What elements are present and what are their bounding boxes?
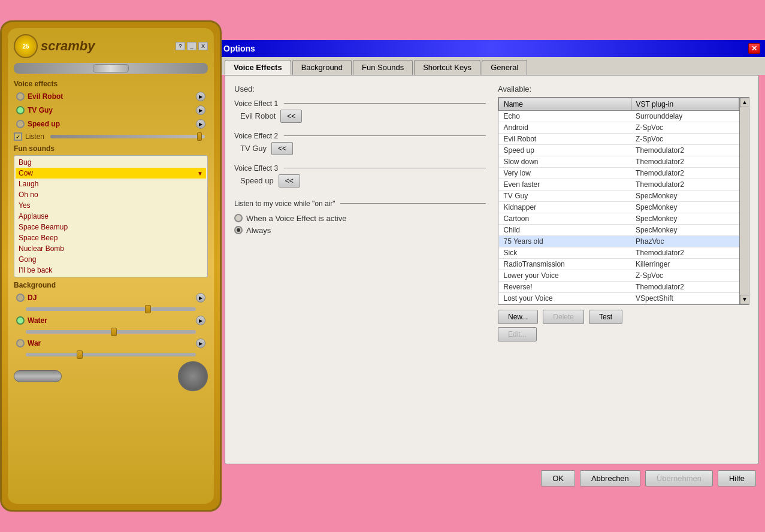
tab-shortcut-keys[interactable]: Shortcut Keys — [414, 60, 480, 75]
list-item[interactable]: Bug — [16, 157, 206, 168]
table-row[interactable]: Slow downThemodulator2 — [499, 156, 739, 167]
water-slider-thumb[interactable] — [111, 328, 117, 336]
water-slider[interactable] — [26, 330, 196, 334]
war-arrow[interactable]: ▶ — [196, 338, 205, 348]
radio-option-1[interactable]: When a Voice Effect is active — [234, 214, 486, 223]
table-row[interactable]: Speed upThemodulator2 — [499, 144, 739, 156]
radio-btn-2[interactable] — [234, 226, 243, 234]
table-row[interactable]: CartoonSpecMonkey — [499, 213, 739, 224]
scrollbar-up-button[interactable]: ▲ — [740, 98, 749, 107]
dj-indicator — [16, 294, 25, 302]
table-cell-plugin: VSpectShift — [631, 292, 739, 304]
table-header-name: Name — [499, 98, 631, 110]
ve-1-line — [284, 103, 486, 104]
bottom-oval — [14, 370, 62, 382]
tv-guy-indicator — [16, 106, 25, 114]
help-button[interactable]: Hilfe — [718, 470, 756, 486]
bg-item-water[interactable]: Water ▶ — [14, 315, 208, 327]
apply-button[interactable]: Übernehmen — [645, 470, 713, 486]
table-cell-plugin: SpecMonkey — [631, 201, 739, 213]
dialog-title: Options — [223, 44, 255, 53]
edit-button[interactable]: Edit... — [498, 327, 537, 341]
table-row[interactable]: TV GuySpecMonkey — [499, 190, 739, 201]
list-item[interactable]: Space Beamup — [16, 222, 206, 232]
listen-label: Listen — [25, 132, 44, 141]
table-cell-plugin: Themodulator2 — [631, 156, 739, 167]
list-item[interactable]: Gong — [16, 254, 206, 265]
radio-btn-1[interactable] — [234, 214, 243, 222]
table-row[interactable]: Lost your VoiceVSpectShift — [499, 292, 739, 304]
voice-effect-speed-up[interactable]: Speed up ▶ — [14, 118, 208, 130]
ve-3-label: Voice Effect 3 — [234, 164, 278, 173]
list-item[interactable]: I'll be back — [16, 265, 206, 276]
table-row[interactable]: ChildSpecMonkey — [499, 224, 739, 235]
voice-effect-evil-robot[interactable]: Evil Robot ▶ — [14, 90, 208, 102]
tab-background[interactable]: Background — [292, 60, 352, 75]
water-arrow[interactable]: ▶ — [196, 316, 205, 325]
table-row[interactable]: RadioTransmissionKillerringer — [499, 258, 739, 270]
new-button[interactable]: New... — [498, 310, 538, 324]
radio-option-2[interactable]: Always — [234, 226, 486, 235]
ve-2-button[interactable]: << — [271, 142, 293, 155]
list-item[interactable]: Oh no — [16, 189, 206, 200]
table-row[interactable]: SickThemodulator2 — [499, 247, 739, 258]
dialog-titlebar: Options ✕ — [219, 40, 765, 57]
tv-guy-arrow[interactable]: ▶ — [196, 105, 205, 115]
restore-button[interactable]: _ — [187, 42, 196, 50]
dj-label: DJ — [28, 294, 37, 302]
used-section: Used: Voice Effect 1 Evil Robot << Voice… — [234, 84, 486, 341]
top-slider-thumb[interactable] — [93, 64, 129, 72]
table-row[interactable]: Even fasterThemodulator2 — [499, 179, 739, 190]
table-row[interactable]: KidnapperSpecMonkey — [499, 201, 739, 213]
list-item[interactable]: Applause — [16, 211, 206, 222]
table-row[interactable]: 75 Years oldPhazVoc — [499, 235, 739, 247]
voice-effect-tv-guy[interactable]: TV Guy ▶ — [14, 104, 208, 116]
table-row[interactable]: EchoSurrounddelay — [499, 110, 739, 122]
list-item[interactable]: Cow — [16, 168, 206, 179]
war-slider[interactable] — [26, 353, 196, 356]
list-item[interactable]: Yes — [16, 200, 206, 211]
table-row[interactable]: Evil RobotZ-SpVoc — [499, 133, 739, 144]
cancel-button[interactable]: Abbrechen — [580, 470, 640, 486]
table-cell-name: 75 Years old — [499, 235, 631, 247]
scrollbar-down-button[interactable]: ▼ — [740, 295, 749, 304]
table-cell-plugin: Z-SpVoc — [631, 122, 739, 133]
table-cell-name: Evil Robot — [499, 133, 631, 144]
table-row[interactable]: AndroidZ-SpVoc — [499, 122, 739, 133]
ve-3-button[interactable]: << — [279, 174, 300, 188]
table-row[interactable]: Very lowThemodulator2 — [499, 167, 739, 179]
dj-arrow[interactable]: ▶ — [196, 293, 205, 303]
ok-button[interactable]: OK — [541, 470, 575, 486]
test-button[interactable]: Test — [589, 310, 622, 324]
bg-item-war[interactable]: War ▶ — [14, 337, 208, 349]
speed-up-arrow[interactable]: ▶ — [196, 119, 205, 129]
list-item[interactable]: Laugh — [16, 179, 206, 189]
tab-general[interactable]: General — [482, 60, 527, 75]
dialog-close-button[interactable]: ✕ — [748, 43, 760, 54]
dj-slider[interactable] — [26, 307, 196, 311]
dj-slider-thumb[interactable] — [145, 305, 151, 313]
evil-robot-arrow[interactable]: ▶ — [196, 92, 205, 101]
table-cell-name: Child — [499, 224, 631, 235]
listen-volume-slider[interactable] — [50, 135, 205, 138]
close-button[interactable]: X — [198, 42, 208, 50]
listen-slider-thumb[interactable] — [197, 132, 202, 141]
bg-item-dj[interactable]: DJ ▶ — [14, 292, 208, 304]
ve-2-line — [284, 135, 486, 136]
ve-3-value: Speed up — [240, 176, 274, 185]
tab-fun-sounds[interactable]: Fun Sounds — [353, 60, 413, 75]
ve-2-value: TV Guy — [240, 144, 267, 153]
war-slider-thumb[interactable] — [77, 350, 83, 359]
tab-voice-effects[interactable]: Voice Effects — [225, 60, 291, 75]
list-item[interactable]: Nuclear Bomb — [16, 243, 206, 254]
ve-1-button[interactable]: << — [280, 110, 302, 123]
minimize-button[interactable]: ? — [176, 42, 185, 50]
list-item[interactable]: Space Beep — [16, 232, 206, 243]
table-row[interactable]: Reverse!Themodulator2 — [499, 281, 739, 292]
table-cell-name: Very low — [499, 167, 631, 179]
listen-checkbox[interactable]: ✓ — [14, 132, 22, 141]
delete-button[interactable]: Delete — [543, 310, 584, 324]
tv-guy-label: TV Guy — [28, 106, 53, 114]
background-header: Background — [14, 281, 208, 289]
table-row[interactable]: Lower your VoiceZ-SpVoc — [499, 270, 739, 281]
